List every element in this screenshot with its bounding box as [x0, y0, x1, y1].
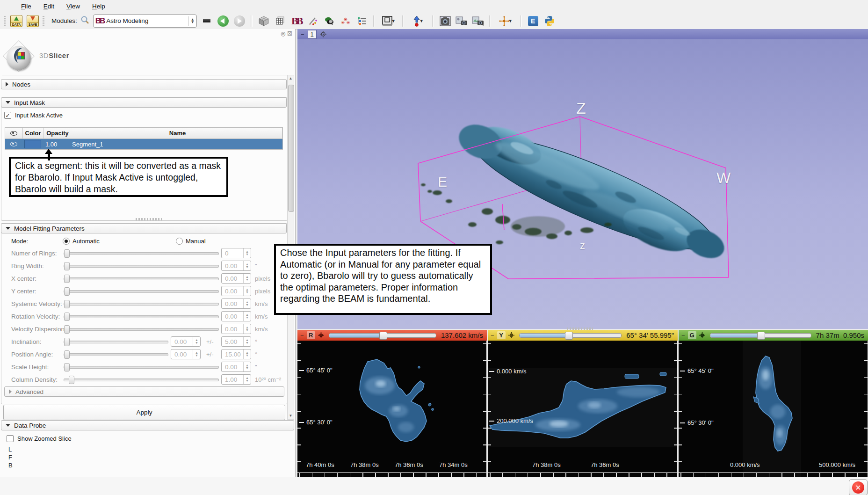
- scrollbar-thumb[interactable]: [288, 85, 294, 212]
- scroll-up-icon[interactable]: ▲: [288, 75, 294, 82]
- scroll-down-icon[interactable]: ▼: [288, 413, 294, 419]
- apply-button[interactable]: Apply: [3, 405, 285, 420]
- mode-automatic-radio[interactable]: [63, 238, 70, 245]
- slice-offset-slider[interactable]: [710, 333, 811, 338]
- menu-edit[interactable]: Edit: [38, 1, 59, 12]
- param-slider[interactable]: [64, 315, 219, 318]
- slider-knob[interactable]: [757, 332, 765, 340]
- menu-file[interactable]: File: [16, 1, 36, 12]
- screenshot-button[interactable]: [439, 15, 452, 28]
- slider-knob[interactable]: [565, 332, 573, 340]
- param-slider[interactable]: [64, 252, 219, 255]
- param-spinbox[interactable]: 0.00▲▼: [221, 286, 251, 296]
- module-selector[interactable]: BB Astro Modeling ▲▼: [93, 15, 197, 28]
- menu-help[interactable]: Help: [87, 1, 110, 12]
- param-slider[interactable]: [64, 379, 219, 381]
- param-spinbox[interactable]: 0▲▼: [221, 248, 251, 258]
- param-slider[interactable]: [64, 353, 168, 356]
- python-console-button[interactable]: [543, 15, 556, 28]
- segment-opacity-cell[interactable]: 1.00: [43, 139, 68, 149]
- module-back-button[interactable]: [217, 15, 230, 28]
- param-label: X center:: [11, 275, 36, 282]
- param-slider[interactable]: [64, 265, 219, 268]
- view-pin-icon[interactable]: −: [300, 332, 304, 339]
- module-search-icon[interactable]: [80, 15, 90, 26]
- markers-button[interactable]: ✳✳ ✳: [339, 15, 352, 28]
- color-column-header[interactable]: Color: [23, 128, 43, 138]
- close-button[interactable]: ✕: [849, 479, 868, 495]
- layout-selector-button[interactable]: ▼: [380, 15, 398, 28]
- param-spinbox[interactable]: 15.00▲▼: [221, 349, 251, 359]
- bbarolo-toolbar-button[interactable]: BB: [290, 15, 303, 28]
- visibility-column-header[interactable]: [5, 128, 23, 138]
- slider-knob[interactable]: [379, 332, 387, 340]
- segmentation-display-button[interactable]: [323, 15, 336, 28]
- view-crosshair-icon[interactable]: [320, 31, 326, 37]
- param-spinbox[interactable]: 0.00▲▼: [171, 336, 201, 347]
- menu-view[interactable]: View: [61, 1, 85, 12]
- param-spinbox[interactable]: 0.00▲▼: [221, 298, 251, 309]
- paint-editor-button[interactable]: [306, 15, 319, 28]
- place-markup-button[interactable]: ▼: [409, 15, 427, 28]
- module-forward-button[interactable]: [233, 15, 246, 28]
- name-column-header[interactable]: Name: [69, 128, 282, 138]
- param-spinbox[interactable]: 0.00▲▼: [221, 324, 251, 334]
- slice-green-canvas[interactable]: 65° 45' 0" 65° 30' 0" 0.000 km/s 500.000…: [679, 341, 868, 477]
- restore-scene-view-button[interactable]: [471, 15, 485, 28]
- volume-rendering-button[interactable]: [257, 15, 270, 28]
- segment-row[interactable]: 1.00 Segment_1: [5, 139, 282, 149]
- param-spinbox[interactable]: 1.00▲▼: [221, 374, 251, 385]
- input-mask-active-checkbox[interactable]: ✓: [4, 112, 11, 119]
- slice-yellow-canvas[interactable]: 0.000 km/s 200.000 km/s 7h 38m 0s 7h 36m…: [488, 341, 678, 477]
- opacity-column-header[interactable]: Opacity: [43, 128, 69, 138]
- param-slider[interactable]: [64, 328, 219, 331]
- param-slider[interactable]: [64, 303, 219, 306]
- model-fitting-section-header[interactable]: Model Fitting Parameters: [1, 223, 287, 233]
- data-probe-section-header[interactable]: Data Probe: [1, 420, 294, 430]
- panel-pin-icon[interactable]: ◎: [281, 30, 285, 37]
- mode-manual-radio[interactable]: [176, 238, 183, 245]
- param-slider[interactable]: [64, 277, 219, 280]
- history-menu-button[interactable]: [200, 15, 213, 28]
- module-selector-spinner[interactable]: ▲▼: [188, 16, 195, 26]
- view-pin-icon[interactable]: −: [491, 332, 494, 339]
- extensions-manager-button[interactable]: E: [527, 15, 540, 28]
- slice-crosshair-icon[interactable]: [699, 332, 705, 338]
- segment-name-cell[interactable]: Segment_1: [68, 139, 282, 149]
- eye-icon[interactable]: [10, 142, 17, 146]
- param-spinbox[interactable]: 0.00▲▼: [221, 273, 251, 284]
- param-slider[interactable]: [64, 341, 168, 343]
- slice-crosshair-icon[interactable]: [508, 332, 514, 338]
- subject-hierarchy-button[interactable]: [355, 15, 369, 28]
- advanced-section-header[interactable]: Advanced: [4, 386, 284, 397]
- scene-view-button[interactable]: [455, 15, 468, 28]
- crosshair-button[interactable]: ▼: [496, 15, 515, 28]
- param-slider[interactable]: [64, 290, 219, 293]
- input-mask-section-header[interactable]: Input Mask: [1, 97, 287, 108]
- slice-view-red[interactable]: − R 137.602 km/s 65° 45' 0": [297, 330, 487, 477]
- slice-offset-slider[interactable]: [329, 333, 436, 338]
- slice-crosshair-icon[interactable]: [318, 332, 324, 338]
- section-resize-grip[interactable]: [136, 218, 162, 220]
- slice-view-green[interactable]: − G 7h 37m 0.950s 65° 45' 0" 65: [679, 330, 868, 477]
- view-pin-icon[interactable]: −: [681, 332, 685, 339]
- save-data-button[interactable]: SAVE: [26, 15, 39, 28]
- nodes-section-header[interactable]: Nodes: [1, 79, 287, 89]
- slice-offset-slider[interactable]: [519, 333, 622, 338]
- toolbar-drag-handle[interactable]: [4, 16, 6, 26]
- segment-color-swatch[interactable]: [24, 140, 41, 148]
- toolbar-drag-handle[interactable]: [43, 16, 44, 26]
- param-slider[interactable]: [64, 366, 219, 369]
- slice-red-canvas[interactable]: 65° 45' 0" 65° 30' 0" 7h 40m 0s 7h 38m 0…: [297, 341, 487, 477]
- show-zoomed-slice-checkbox[interactable]: [7, 435, 14, 442]
- slice-view-yellow[interactable]: − Y 65° 34' 55.995" 0.000 km/: [488, 330, 678, 477]
- panel-close-icon[interactable]: ☒: [287, 30, 292, 37]
- view-pin-icon[interactable]: −: [301, 31, 304, 38]
- param-spinbox[interactable]: 0.00▲▼: [221, 261, 251, 271]
- param-spinbox[interactable]: 0.00▲▼: [171, 349, 201, 359]
- volumes-module-button[interactable]: [274, 15, 287, 28]
- param-spinbox[interactable]: 5.00▲▼: [221, 336, 251, 347]
- load-data-button[interactable]: DATA: [10, 15, 23, 28]
- param-spinbox[interactable]: 0.00▲▼: [221, 362, 251, 372]
- param-spinbox[interactable]: 0.00▲▼: [221, 311, 251, 321]
